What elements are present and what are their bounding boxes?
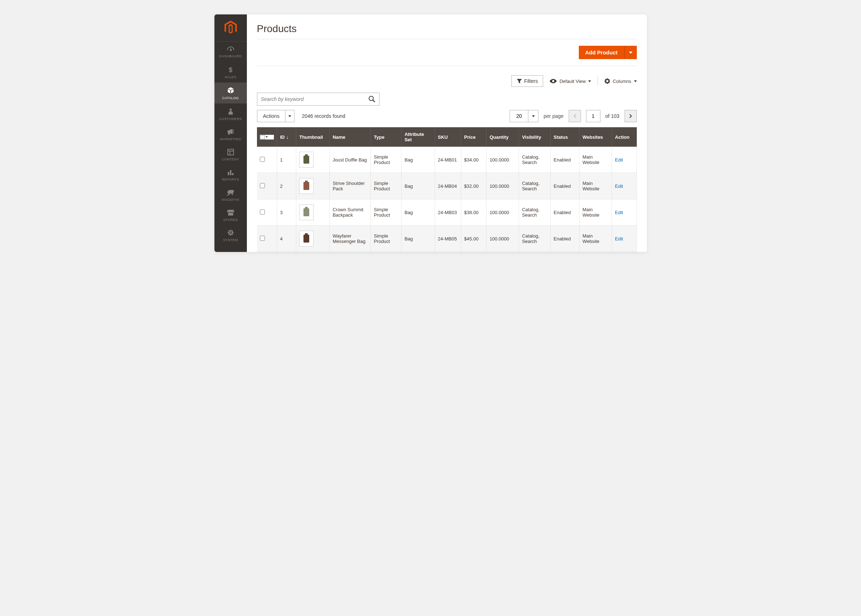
svg-rect-2 — [228, 149, 234, 155]
cell-select — [257, 226, 277, 252]
cell-id: 4 — [277, 226, 296, 252]
nav-system[interactable]: SYSTEM — [214, 225, 247, 245]
edit-link[interactable]: Edit — [615, 184, 623, 189]
product-thumbnail — [299, 178, 314, 194]
products-table: ID↓ Thumbnail Name Type Attribute Set SK… — [257, 127, 637, 252]
col-header-attribute-set[interactable]: Attribute Set — [402, 127, 435, 147]
records-found: 2046 records found — [302, 113, 345, 119]
app-window: DASHBOARD $ SALES CATALOG CUSTOMERS MARK… — [214, 14, 647, 252]
svg-rect-7 — [232, 173, 234, 175]
current-page-input[interactable] — [586, 110, 600, 122]
cell-sku: 24-MB03 — [435, 199, 461, 226]
cell-status: Enabled — [550, 199, 579, 226]
caret-down-icon — [634, 80, 637, 82]
columns-toggle[interactable]: Columns — [604, 78, 636, 84]
row-checkbox[interactable] — [260, 183, 265, 188]
actions-button[interactable]: Actions — [257, 110, 286, 122]
row-checkbox[interactable] — [260, 157, 265, 162]
table-header-row: ID↓ Thumbnail Name Type Attribute Set SK… — [257, 127, 637, 147]
sort-desc-icon: ↓ — [286, 134, 289, 140]
row-checkbox[interactable] — [260, 209, 265, 214]
layout-icon — [228, 149, 234, 156]
col-header-select[interactable] — [257, 127, 277, 147]
page-size-value[interactable]: 20 — [510, 110, 528, 122]
search-input[interactable] — [261, 96, 368, 102]
cell-thumbnail — [296, 147, 329, 173]
search-icon[interactable] — [368, 96, 376, 103]
nav-stores[interactable]: STORES — [214, 205, 247, 225]
col-header-action[interactable]: Action — [612, 127, 636, 147]
svg-rect-6 — [230, 170, 231, 175]
filters-label: Filters — [524, 78, 538, 84]
col-header-quantity[interactable]: Quantity — [487, 127, 519, 147]
col-header-sku[interactable]: SKU — [435, 127, 461, 147]
controls-row: Actions 2046 records found 20 per page o… — [257, 110, 637, 122]
cell-select — [257, 173, 277, 199]
cell-name: Wayfarer Messenger Bag — [329, 226, 371, 252]
cell-price: $32.00 — [461, 173, 487, 199]
total-pages: of 103 — [605, 113, 619, 119]
col-header-websites[interactable]: Websites — [580, 127, 612, 147]
cell-websites: Main Website — [580, 147, 612, 173]
nav-content[interactable]: CONTENT — [214, 145, 247, 165]
actions-caret[interactable] — [286, 110, 294, 122]
cell-id: 2 — [277, 173, 296, 199]
cell-sku: 24-MB04 — [435, 173, 461, 199]
col-header-thumbnail[interactable]: Thumbnail — [296, 127, 329, 147]
col-header-id[interactable]: ID↓ — [277, 127, 296, 147]
magento-logo — [214, 14, 247, 41]
row-checkbox[interactable] — [260, 236, 265, 241]
cell-action: Edit — [612, 199, 636, 226]
svg-rect-12 — [303, 182, 309, 190]
cell-visibility: Catalog, Search — [519, 173, 551, 199]
nav-label: STORES — [223, 218, 238, 222]
nav-magefan[interactable]: MAGEFAN — [214, 185, 247, 205]
nav-catalog[interactable]: CATALOG — [214, 83, 247, 104]
cell-attribute-set: Bag — [402, 147, 435, 173]
cell-price: $45.00 — [461, 226, 487, 252]
product-thumbnail — [299, 204, 314, 220]
cell-status: Enabled — [550, 147, 579, 173]
edit-link[interactable]: Edit — [615, 210, 623, 215]
nav-label: DASHBOARD — [219, 54, 242, 58]
left-controls: Actions 2046 records found — [257, 110, 346, 122]
page-size-dropdown[interactable] — [528, 110, 539, 122]
eye-icon — [550, 79, 557, 83]
add-product-button[interactable]: Add Product — [579, 46, 624, 59]
svg-point-1 — [229, 108, 232, 111]
cell-status: Enabled — [550, 173, 579, 199]
chevron-right-icon — [629, 114, 632, 118]
cell-thumbnail — [296, 173, 329, 199]
right-controls: 20 per page of 103 — [510, 110, 636, 122]
nav-sales[interactable]: $ SALES — [214, 61, 247, 83]
col-header-visibility[interactable]: Visibility — [519, 127, 551, 147]
nav-customers[interactable]: CUSTOMERS — [214, 104, 247, 124]
cell-websites: Main Website — [580, 199, 612, 226]
gear-icon — [228, 229, 234, 236]
col-header-type[interactable]: Type — [371, 127, 402, 147]
col-header-name[interactable]: Name — [329, 127, 371, 147]
svg-line-9 — [373, 100, 375, 102]
edit-link[interactable]: Edit — [615, 157, 623, 163]
cell-name: Strive Shoulder Pack — [329, 173, 371, 199]
actions-dropdown: Actions — [257, 110, 295, 122]
nav-dashboard[interactable]: DASHBOARD — [214, 41, 247, 61]
filters-button[interactable]: Filters — [511, 75, 543, 87]
cell-quantity: 100.0000 — [487, 199, 519, 226]
prev-page-button[interactable] — [569, 110, 581, 122]
funnel-icon — [517, 79, 522, 83]
col-header-price[interactable]: Price — [461, 127, 487, 147]
search-box — [257, 93, 380, 105]
gear-icon — [604, 78, 610, 84]
nav-marketing[interactable]: MARKETING — [214, 124, 247, 145]
edit-link[interactable]: Edit — [615, 236, 623, 242]
nav-reports[interactable]: REPORTS — [214, 165, 247, 185]
select-all-checkbox[interactable] — [260, 135, 274, 140]
cell-sku: 24-MB01 — [435, 147, 461, 173]
add-product-dropdown[interactable] — [624, 46, 637, 59]
nav-label: MAGEFAN — [222, 198, 239, 201]
person-icon — [228, 108, 233, 115]
col-header-status[interactable]: Status — [550, 127, 579, 147]
default-view-toggle[interactable]: Default View — [550, 79, 591, 84]
next-page-button[interactable] — [625, 110, 637, 122]
